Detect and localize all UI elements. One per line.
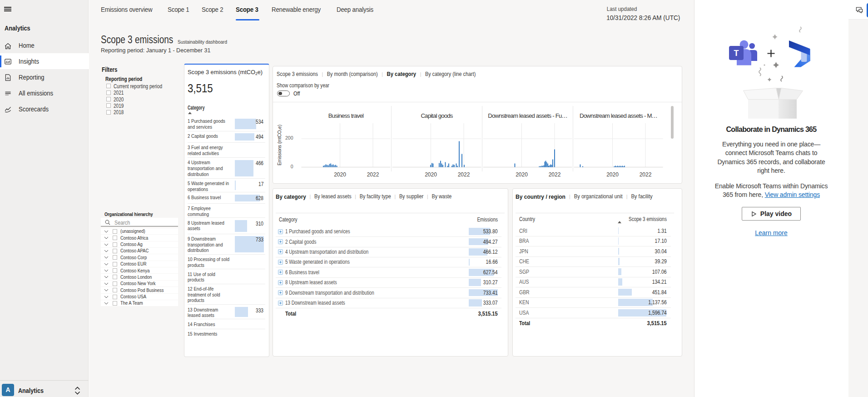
svg-text:Downstream leased assets - Fu…: Downstream leased assets - Fu… [488,112,567,119]
svg-text:Emissions (mtCO₂e): Emissions (mtCO₂e) [277,125,282,166]
svg-text:2022: 2022 [549,171,561,178]
svg-text:200: 200 [285,135,293,141]
svg-text:2022: 2022 [640,171,652,178]
svg-text:T: T [734,49,739,58]
svg-text:Capital goods: Capital goods [421,112,453,119]
svg-text:Business travel: Business travel [328,112,364,119]
svg-text:2020: 2020 [606,171,619,178]
svg-text:2022: 2022 [367,171,379,178]
svg-text:2020: 2020 [334,171,346,178]
svg-text:0: 0 [291,164,293,169]
svg-text:Downstream leased assets - M…: Downstream leased assets - M… [580,112,657,119]
svg-text:2020: 2020 [425,171,437,178]
svg-text:2022: 2022 [458,171,470,178]
svg-text:2020: 2020 [516,171,528,178]
